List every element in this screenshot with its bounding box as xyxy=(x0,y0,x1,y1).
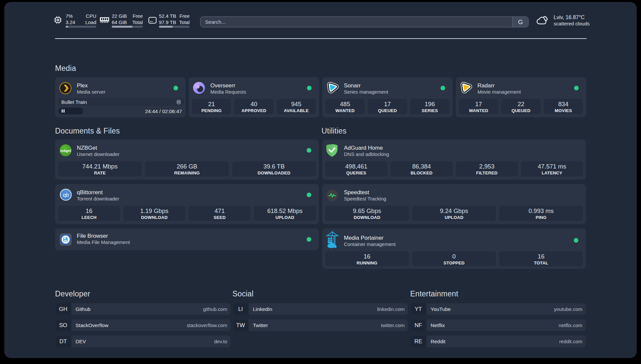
svg-text:nzbget: nzbget xyxy=(60,149,71,153)
svg-text:qb: qb xyxy=(63,192,69,198)
